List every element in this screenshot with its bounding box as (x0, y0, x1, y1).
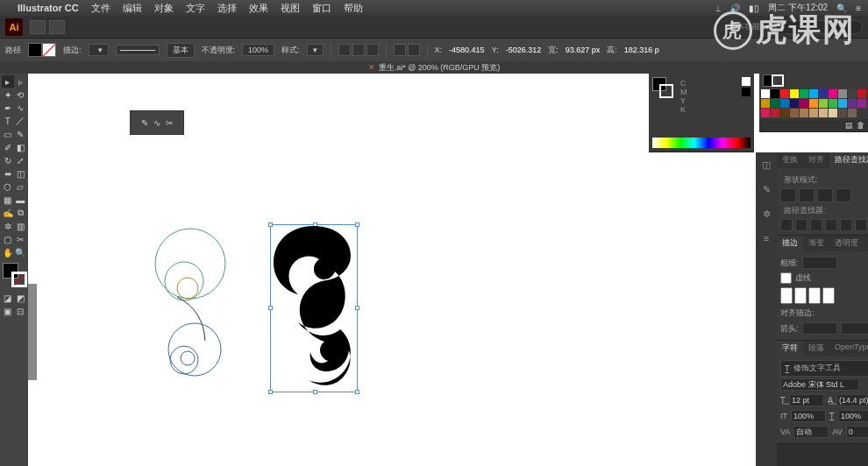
fill-swatch[interactable] (28, 43, 42, 57)
perspective-tool[interactable]: ▱ (15, 180, 27, 193)
w-value[interactable]: 93.627 px (566, 46, 601, 54)
swatch-cell[interactable] (857, 99, 866, 108)
tab-pathfinder[interactable]: 路径查找器 (829, 152, 868, 168)
style-dropdown[interactable]: ▾ (307, 44, 324, 56)
swatch-cell[interactable] (838, 109, 847, 117)
menu-extra-icon[interactable]: ≡ (856, 4, 861, 13)
shaper-tool[interactable]: ✐ (2, 141, 14, 153)
spectrum-bar[interactable] (652, 138, 751, 148)
stroke-profile[interactable] (116, 45, 160, 55)
type-tool[interactable]: T (2, 115, 14, 127)
zoom-tool[interactable]: 🔍 (15, 246, 27, 258)
align-btn-1[interactable] (338, 44, 351, 56)
brush-tool[interactable]: ✎ (15, 128, 27, 140)
divide-btn[interactable] (780, 219, 793, 231)
leading-input[interactable] (836, 394, 868, 406)
black-swatch[interactable] (742, 88, 751, 96)
vscale-input[interactable] (791, 410, 826, 422)
artboard-tool[interactable]: ▢ (2, 233, 14, 245)
arrow-start[interactable] (802, 322, 837, 335)
crop-btn[interactable] (825, 219, 837, 231)
minus-back-btn[interactable] (855, 219, 867, 231)
menu-object[interactable]: 对象 (154, 2, 174, 15)
smooth-icon[interactable]: ∿ (153, 118, 160, 128)
swatch-cell[interactable] (761, 109, 770, 117)
swatch-cell[interactable] (819, 89, 828, 98)
shape-builder-tool[interactable]: ⬡ (2, 180, 14, 193)
brush-def[interactable]: 基本 (167, 43, 195, 58)
tab-align[interactable]: 对齐 (803, 152, 829, 168)
panel-icon-symbols[interactable]: ✲ (756, 205, 777, 222)
swatch-delete-icon[interactable]: 🗑 (857, 121, 864, 130)
line-tool[interactable]: ／ (15, 115, 27, 127)
white-swatch[interactable] (742, 77, 751, 86)
eraser-tool[interactable]: ◧ (15, 141, 27, 153)
color-mode-btn[interactable]: ◪ (2, 292, 14, 304)
app-title[interactable]: Illustrator CC (18, 3, 79, 13)
tab-transform[interactable]: 变换 (777, 152, 803, 168)
swatch-cell[interactable] (829, 109, 837, 117)
layout-btn-2[interactable] (49, 20, 65, 34)
hand-tool[interactable]: ✋ (2, 246, 14, 258)
eyedropper-tool[interactable]: ✍ (2, 207, 14, 219)
swatch-cell[interactable] (780, 89, 789, 98)
touch-type-icon[interactable]: T̲ (785, 364, 790, 373)
font-size-input[interactable] (789, 394, 824, 406)
outline-btn[interactable] (840, 219, 852, 231)
menu-file[interactable]: 文件 (91, 2, 110, 15)
swatch-cell[interactable] (848, 99, 857, 108)
dash-1[interactable] (780, 287, 793, 304)
panel-icon-stroke[interactable]: ≡ (756, 229, 777, 247)
path-eraser-icon[interactable]: ✂ (166, 118, 173, 128)
swatch-cell[interactable] (838, 89, 847, 98)
scale-tool[interactable]: ⤢ (15, 154, 27, 166)
intersect-btn[interactable] (817, 188, 833, 202)
align-btn-2[interactable] (352, 44, 365, 56)
kerning-input[interactable] (793, 426, 829, 438)
swatch-cell[interactable] (780, 109, 789, 117)
swatch-cell[interactable] (771, 109, 779, 117)
tab-character[interactable]: 字符 (777, 341, 803, 357)
tab-gradient[interactable]: 渐变 (803, 236, 829, 251)
width-tool[interactable]: ⬌ (2, 167, 14, 180)
color-stroke-icon[interactable] (659, 84, 673, 98)
rectangle-tool[interactable]: ▭ (2, 128, 14, 140)
rotate-tool[interactable]: ↻ (2, 154, 14, 166)
x-value[interactable]: -4580.415 (449, 46, 485, 54)
close-icon[interactable]: ✕ (368, 63, 375, 72)
swatch-cell[interactable] (771, 99, 779, 108)
menu-view[interactable]: 视图 (281, 2, 300, 15)
swatch-cell[interactable] (790, 99, 799, 108)
menu-type[interactable]: 文字 (186, 2, 205, 15)
swatch-cell[interactable] (819, 109, 828, 117)
menu-effect[interactable]: 效果 (249, 2, 268, 15)
layout-btn-1[interactable] (30, 20, 46, 34)
tracking-input[interactable] (846, 426, 868, 438)
swatch-cell[interactable] (829, 89, 837, 98)
pencil-icon[interactable]: ✎ (141, 118, 148, 128)
arrow-end[interactable] (841, 322, 868, 335)
hscale-input[interactable] (838, 410, 868, 422)
swatch-cell[interactable] (771, 89, 779, 98)
swatch-cell[interactable] (819, 99, 828, 108)
stroke-weight-field[interactable] (802, 257, 837, 269)
unite-btn[interactable] (780, 188, 796, 202)
swatch-cell[interactable] (800, 89, 808, 98)
align-btn-3[interactable] (366, 44, 379, 56)
pen-tool[interactable]: ✒ (2, 102, 14, 114)
tab-stroke[interactable]: 描边 (777, 236, 803, 251)
selection-tool[interactable]: ▸ (2, 75, 14, 88)
panel-icon-layers[interactable]: ◫ (756, 156, 777, 173)
shape-btn-2[interactable] (408, 44, 420, 56)
dashed-checkbox[interactable] (780, 272, 792, 284)
merge-btn[interactable] (810, 219, 822, 231)
menu-window[interactable]: 窗口 (312, 2, 331, 15)
swatch-cell[interactable] (857, 89, 866, 98)
swatch-cell[interactable] (829, 99, 837, 108)
free-transform-tool[interactable]: ◫ (15, 167, 27, 180)
dash-2[interactable] (808, 287, 821, 304)
opacity-input[interactable]: 100% (242, 44, 274, 56)
menu-help[interactable]: 帮助 (344, 2, 363, 15)
draw-mode-btn[interactable]: ◩ (15, 292, 27, 304)
swatch-cell[interactable] (761, 89, 770, 98)
